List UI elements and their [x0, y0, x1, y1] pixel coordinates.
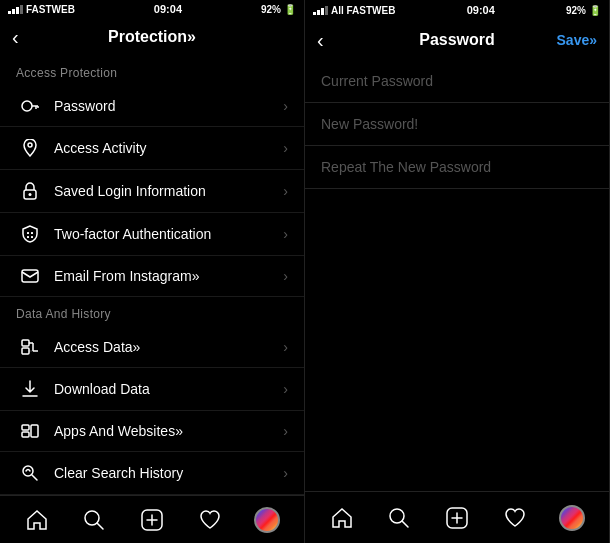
battery-icon-left: 🔋	[284, 4, 296, 15]
chevron-saved: ›	[283, 183, 288, 199]
section-access-label: Access Protection	[0, 56, 304, 86]
svg-point-0	[22, 101, 32, 111]
saved-login-label: Saved Login Information	[54, 183, 283, 199]
svg-rect-21	[31, 425, 38, 437]
menu-item-email[interactable]: Email From Instagram» ›	[0, 256, 304, 297]
header-right: ‹ Password Save»	[305, 20, 609, 60]
status-bar-right: All FASTWEB 09:04 92% 🔋	[305, 0, 609, 20]
shield-icon	[16, 225, 44, 243]
svg-rect-19	[22, 425, 29, 430]
chevron-email: ›	[283, 268, 288, 284]
apps-label: Apps And Websites»	[54, 423, 283, 439]
menu-item-access-data[interactable]: Access Data» ›	[0, 327, 304, 368]
svg-line-30	[402, 521, 408, 527]
bottom-nav-left	[0, 495, 304, 543]
current-password-field[interactable]	[305, 60, 609, 103]
svg-rect-8	[31, 232, 33, 234]
profile-avatar-r	[559, 505, 585, 531]
download-data-label: Download Data	[54, 381, 283, 397]
battery-icon-right: 🔋	[589, 5, 601, 16]
chevron-apps: ›	[283, 423, 288, 439]
email-icon	[16, 269, 44, 283]
svg-point-6	[29, 193, 32, 196]
signal-icon-right	[313, 6, 328, 15]
svg-rect-12	[22, 340, 29, 346]
repeat-password-field[interactable]	[305, 146, 609, 189]
access-data-label: Access Data»	[54, 339, 283, 355]
nav-heart[interactable]	[190, 500, 230, 540]
spacer	[305, 189, 609, 491]
right-panel: All FASTWEB 09:04 92% 🔋 ‹ Password Save»	[305, 0, 610, 543]
chevron-two-factor: ›	[283, 226, 288, 242]
time-left: 09:04	[154, 3, 182, 15]
save-button[interactable]: Save»	[557, 32, 597, 48]
carrier-left: FASTWEB	[26, 4, 75, 15]
chevron-access-data: ›	[283, 339, 288, 355]
key-icon	[16, 99, 44, 113]
nav-profile-r[interactable]	[552, 498, 592, 538]
nav-add[interactable]	[132, 500, 172, 540]
svg-line-23	[32, 475, 37, 480]
db-icon	[16, 339, 44, 355]
search-history-icon	[16, 464, 44, 482]
download-icon	[16, 380, 44, 398]
svg-rect-10	[31, 236, 33, 238]
email-label: Email From Instagram»	[54, 268, 283, 284]
page-title-left: Protection»	[108, 28, 196, 46]
menu-item-access-activity[interactable]: Access Activity ›	[0, 127, 304, 170]
page-title-right: Password	[419, 31, 495, 49]
nav-home[interactable]	[17, 500, 57, 540]
nav-add-r[interactable]	[437, 498, 477, 538]
battery-left: 92%	[261, 4, 281, 15]
access-activity-label: Access Activity	[54, 140, 283, 156]
new-password-field[interactable]	[305, 103, 609, 146]
apps-icon	[16, 424, 44, 438]
signal-icon	[8, 5, 23, 14]
back-button-right[interactable]: ‹	[317, 29, 324, 52]
menu-item-password[interactable]: Password ›	[0, 86, 304, 127]
header-left: ‹ Protection»	[0, 19, 304, 57]
menu-item-download-data[interactable]: Download Data ›	[0, 368, 304, 411]
chevron-download: ›	[283, 381, 288, 397]
battery-right: 92%	[566, 5, 586, 16]
chevron-password: ›	[283, 98, 288, 114]
clear-search-label: Clear Search History	[54, 465, 283, 481]
section-data-label: Data And History	[0, 297, 304, 327]
svg-rect-7	[27, 232, 29, 234]
svg-line-25	[97, 523, 103, 529]
profile-avatar	[254, 507, 280, 533]
nav-search[interactable]	[74, 500, 114, 540]
repeat-password-input[interactable]	[321, 159, 593, 175]
menu-item-clear-search[interactable]: Clear Search History ›	[0, 452, 304, 495]
left-panel: FASTWEB 09:04 92% 🔋 ‹ Protection» Access…	[0, 0, 305, 543]
chevron-clear: ›	[283, 465, 288, 481]
svg-point-4	[28, 143, 32, 147]
carrier-right: All FASTWEB	[331, 5, 395, 16]
current-password-input[interactable]	[321, 73, 593, 89]
menu-item-two-factor[interactable]: Two-factor Authentication ›	[0, 213, 304, 256]
svg-rect-20	[22, 432, 29, 437]
location-icon	[16, 139, 44, 157]
bottom-nav-right	[305, 491, 609, 543]
nav-search-r[interactable]	[379, 498, 419, 538]
menu-item-saved-login[interactable]: Saved Login Information ›	[0, 170, 304, 213]
new-password-input[interactable]	[321, 116, 593, 132]
svg-rect-13	[22, 348, 29, 354]
chevron-activity: ›	[283, 140, 288, 156]
back-button-left[interactable]: ‹	[12, 26, 19, 49]
nav-home-r[interactable]	[322, 498, 362, 538]
menu-item-apps-websites[interactable]: Apps And Websites» ›	[0, 411, 304, 452]
status-bar-left: FASTWEB 09:04 92% 🔋	[0, 0, 304, 19]
password-label: Password	[54, 98, 283, 114]
svg-rect-9	[27, 236, 29, 238]
time-right: 09:04	[467, 4, 495, 16]
svg-rect-11	[22, 270, 38, 282]
two-factor-label: Two-factor Authentication	[54, 226, 283, 242]
nav-heart-r[interactable]	[495, 498, 535, 538]
lock-icon	[16, 182, 44, 200]
nav-profile[interactable]	[247, 500, 287, 540]
